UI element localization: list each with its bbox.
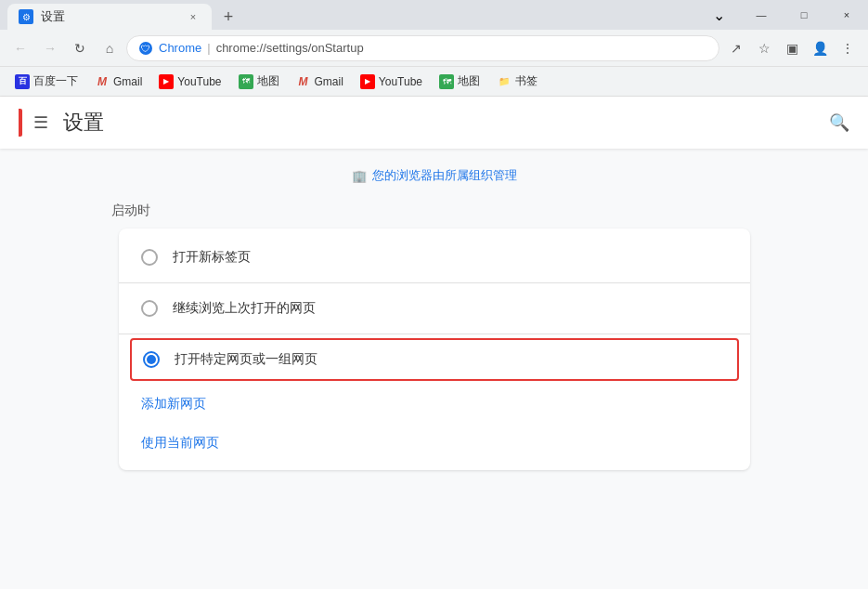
toolbar: ← → ↻ ⌂ 🛡 Chrome | chrome://settings/onS… [0, 30, 868, 67]
youtube1-icon: ▶ [159, 74, 174, 89]
settings-page-title: 设置 [63, 109, 104, 137]
bookmark-gmail1-label: Gmail [113, 75, 142, 88]
baidu-icon: 百 [15, 74, 30, 89]
bookmark-youtube1-label: YouTube [177, 75, 221, 88]
tab-title: 设置 [41, 8, 65, 25]
security-icon: 🛡 [138, 41, 153, 56]
gmail2-icon: M [296, 74, 311, 89]
specific-pages-label: 打开特定网页或一组网页 [175, 351, 317, 368]
open-new-tab-label: 打开新标签页 [173, 249, 251, 266]
startup-options-card: 打开新标签页 继续浏览上次打开的网页 打开特定网页或一组网页 添加新网页 使用当… [119, 229, 750, 470]
back-button[interactable]: ← [7, 35, 33, 61]
toolbar-actions: ↗ ☆ ▣ 👤 ⋮ [723, 35, 861, 61]
bookmark-youtube2-label: YouTube [379, 75, 422, 88]
bookmark-gmail2-label: Gmail [315, 75, 343, 88]
bookmark-gmail1[interactable]: M Gmail [87, 71, 149, 93]
address-path: chrome://settings/onStartup [216, 41, 364, 55]
continue-radio[interactable] [141, 300, 158, 317]
window-controls: ⌄ — □ × [697, 0, 868, 30]
tab-strip-menu[interactable]: ⌄ [697, 0, 740, 30]
bookmark-youtube2[interactable]: ▶ YouTube [353, 71, 430, 93]
home-button[interactable]: ⌂ [97, 35, 123, 61]
address-protocol: Chrome [159, 41, 201, 55]
settings-content: 🏢 您的浏览器由所属组织管理 启动时 打开新标签页 继续浏览上次打开的网页 打开… [0, 149, 868, 589]
divider-1 [119, 282, 750, 283]
address-separator: | [207, 41, 210, 55]
active-section-indicator [19, 109, 22, 137]
bookmark-star-button[interactable]: ☆ [751, 35, 777, 61]
titlebar: ⚙ 设置 × + ⌄ — □ × [0, 0, 868, 30]
open-new-tab-option[interactable]: 打开新标签页 [119, 236, 750, 279]
share-button[interactable]: ↗ [723, 35, 749, 61]
minimize-button[interactable]: — [740, 0, 783, 30]
add-new-page-link[interactable]: 添加新网页 [119, 385, 750, 424]
bookmark-bookmarks-label: 书签 [515, 73, 538, 89]
bookmark-baidu-label: 百度一下 [33, 73, 78, 89]
bookmark-maps2-label: 地图 [458, 73, 480, 89]
managed-notice[interactable]: 🏢 您的浏览器由所属组织管理 [352, 167, 517, 184]
sidebar-menu-icon[interactable]: ☰ [33, 112, 48, 133]
bookmarks-icon: 📁 [497, 74, 512, 89]
gmail1-icon: M [95, 74, 110, 89]
continue-option[interactable]: 继续浏览上次打开的网页 [119, 287, 750, 330]
specific-pages-option[interactable]: 打开特定网页或一组网页 [130, 338, 739, 381]
forward-button[interactable]: → [37, 35, 63, 61]
close-button[interactable]: × [825, 0, 868, 30]
managed-notice-text: 您的浏览器由所属组织管理 [372, 167, 517, 184]
continue-label: 继续浏览上次打开的网页 [173, 300, 316, 317]
maximize-button[interactable]: □ [783, 0, 825, 30]
bookmark-gmail2[interactable]: M Gmail [289, 71, 351, 93]
use-current-page-link[interactable]: 使用当前网页 [119, 424, 750, 463]
settings-page: ☰ 设置 🔍 🏢 您的浏览器由所属组织管理 启动时 打开新标签页 继续浏览上次打… [0, 97, 868, 589]
specific-pages-radio[interactable] [143, 351, 160, 368]
bookmark-maps2[interactable]: 🗺 地图 [432, 71, 487, 93]
reload-button[interactable]: ↻ [67, 35, 93, 61]
address-bar[interactable]: 🛡 Chrome | chrome://settings/onStartup [126, 35, 719, 61]
maps2-icon: 🗺 [439, 74, 454, 89]
youtube2-icon: ▶ [360, 74, 375, 89]
bookmark-bookmarks[interactable]: 📁 书签 [489, 71, 545, 93]
bookmark-maps1-label: 地图 [257, 73, 279, 89]
svg-text:🛡: 🛡 [141, 44, 150, 54]
bookmark-maps1[interactable]: 🗺 地图 [231, 71, 287, 93]
divider-2 [119, 334, 750, 334]
tab-close-button[interactable]: × [186, 9, 201, 24]
tab-favicon: ⚙ [19, 9, 33, 24]
open-new-tab-radio[interactable] [141, 249, 158, 266]
settings-tab[interactable]: ⚙ 设置 × [7, 4, 212, 30]
settings-search-button[interactable]: 🔍 [829, 112, 849, 133]
chrome-menu-button[interactable]: ⋮ [835, 35, 861, 61]
startup-section-label: 启动时 [111, 203, 150, 219]
profile-button[interactable]: 👤 [807, 35, 833, 61]
tab-search-button[interactable]: ▣ [779, 35, 805, 61]
bookmark-baidu[interactable]: 百 百度一下 [7, 71, 85, 93]
new-tab-button[interactable]: + [215, 4, 241, 30]
settings-header: ☰ 设置 🔍 [0, 97, 868, 149]
managed-icon: 🏢 [352, 169, 367, 183]
maps1-icon: 🗺 [239, 74, 253, 89]
bookmarks-bar: 百 百度一下 M Gmail ▶ YouTube 🗺 地图 M Gmail ▶ … [0, 67, 868, 97]
bookmark-youtube1[interactable]: ▶ YouTube [151, 71, 228, 93]
